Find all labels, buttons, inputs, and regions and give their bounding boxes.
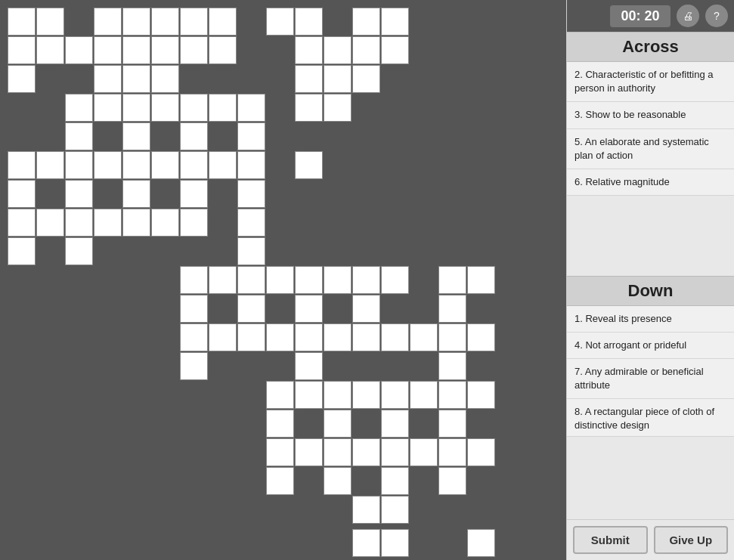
cell[interactable] [324,323,352,351]
cell[interactable] [438,266,466,294]
cell[interactable] [352,529,380,557]
cell[interactable] [381,323,409,351]
cell[interactable] [467,323,495,351]
cell[interactable] [151,8,179,36]
cell[interactable] [8,8,36,36]
cell[interactable] [180,122,208,150]
cell[interactable] [36,8,64,36]
cell[interactable] [381,438,409,466]
cell[interactable] [8,151,36,179]
cell[interactable] [122,151,150,179]
cell[interactable] [381,496,409,524]
cell[interactable] [65,180,93,208]
cell[interactable] [352,8,380,36]
cell[interactable] [237,323,265,351]
cell[interactable] [237,180,265,208]
cell[interactable] [180,36,208,64]
cell[interactable] [94,65,122,93]
cell[interactable] [209,151,237,179]
cell[interactable] [381,467,409,495]
clue-down-4[interactable]: 4. Not arrogant or prideful [567,333,734,359]
cell[interactable] [209,323,237,351]
cell[interactable] [266,410,294,438]
cell[interactable] [94,209,122,237]
cell[interactable] [36,209,64,237]
clue-down-7[interactable]: 7. Any admirable or beneficial attribute [567,359,734,399]
cell[interactable] [151,36,179,64]
cell[interactable] [237,122,265,150]
cell[interactable] [295,65,323,93]
cell[interactable] [381,8,409,36]
cell[interactable] [381,529,409,557]
cell[interactable] [324,36,352,64]
cell[interactable] [438,467,466,495]
cell[interactable] [237,266,265,294]
cell[interactable] [324,381,352,409]
cell[interactable] [237,237,265,265]
cell[interactable] [151,209,179,237]
cell[interactable] [438,352,466,380]
clue-down-8[interactable]: 8. A rectangular piece of cloth of disti… [567,399,734,437]
cell[interactable] [352,381,380,409]
cell[interactable] [237,151,265,179]
cell[interactable] [122,65,150,93]
cell[interactable] [237,209,265,237]
cell[interactable] [295,352,323,380]
cell[interactable] [94,151,122,179]
cell[interactable] [151,151,179,179]
cell[interactable] [295,266,323,294]
cell[interactable] [266,8,294,36]
cell[interactable] [295,8,323,36]
cell[interactable] [180,295,208,323]
cell[interactable] [467,438,495,466]
cell[interactable] [295,381,323,409]
cell[interactable] [438,323,466,351]
cell[interactable] [410,323,438,351]
cell[interactable] [324,65,352,93]
cell[interactable] [65,94,93,122]
cell[interactable] [295,151,323,179]
cell[interactable] [467,529,495,557]
cell[interactable] [122,122,150,150]
cell[interactable] [180,209,208,237]
cell[interactable] [295,36,323,64]
cell[interactable] [295,323,323,351]
cell[interactable] [65,122,93,150]
cell[interactable] [381,410,409,438]
cell[interactable] [36,36,64,64]
cell[interactable] [438,410,466,438]
cell[interactable] [324,410,352,438]
cell[interactable] [295,295,323,323]
cell[interactable] [65,237,93,265]
cell[interactable] [410,381,438,409]
cell[interactable] [352,295,380,323]
cell[interactable] [122,180,150,208]
cell[interactable] [8,180,36,208]
help-button[interactable]: ? [705,5,728,27]
print-button[interactable]: 🖨 [677,5,699,27]
cell[interactable] [151,65,179,93]
cell[interactable] [237,94,265,122]
cell[interactable] [180,323,208,351]
cell[interactable] [381,381,409,409]
cell[interactable] [180,266,208,294]
cell[interactable] [237,295,265,323]
cell[interactable] [65,36,93,64]
clue-down-1[interactable]: 1. Reveal its presence [567,306,734,333]
cell[interactable] [180,8,208,36]
cell[interactable] [295,438,323,466]
cell[interactable] [94,36,122,64]
cell[interactable] [266,467,294,495]
cell[interactable] [209,266,237,294]
cell[interactable] [122,94,150,122]
cell[interactable] [467,266,495,294]
crossword-grid[interactable]: .cell { width: 37px; height: 37px; } [0,0,566,560]
cell[interactable] [209,36,237,64]
cell[interactable] [352,266,380,294]
cell[interactable] [122,36,150,64]
cell[interactable] [352,323,380,351]
cell[interactable] [438,381,466,409]
cell[interactable] [180,151,208,179]
cell[interactable] [8,237,36,265]
clue-across-5[interactable]: 5. An elaborate and systematic plan of a… [567,129,734,169]
